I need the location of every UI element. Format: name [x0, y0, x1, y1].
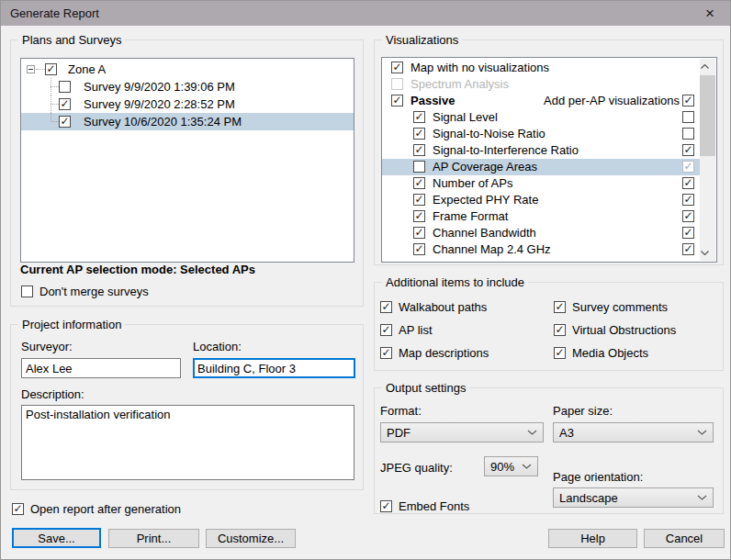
additional-item-label[interactable]: Virtual Obstructions — [572, 323, 676, 337]
survey-checkbox[interactable] — [59, 81, 71, 93]
tree-root-checkbox[interactable]: ✓ — [45, 63, 57, 75]
per-ap-checkbox[interactable]: ✓ — [682, 144, 694, 156]
per-ap-checkbox[interactable] — [682, 128, 694, 140]
dont-merge-surveys-checkbox-row[interactable]: Don't merge surveys — [21, 284, 149, 298]
additional-item-row[interactable]: ✓Virtual Obstructions — [554, 322, 676, 337]
page-orientation-select[interactable]: Landscape — [553, 487, 714, 508]
tree-row-survey[interactable]: ✓Survey 9/9/2020 2:28:52 PM — [21, 95, 354, 113]
visualization-row[interactable]: ✓Channel Map 2.4 GHz✓ — [382, 241, 700, 258]
scroll-up-button[interactable] — [700, 59, 715, 74]
dont-merge-checkbox[interactable] — [21, 286, 33, 297]
visualization-checkbox[interactable]: ✓ — [413, 194, 425, 206]
save-button[interactable]: Save... — [12, 528, 101, 548]
additional-item-checkbox[interactable]: ✓ — [380, 301, 392, 313]
additional-item-label[interactable]: Map descriptions — [399, 346, 489, 360]
survey-label[interactable]: Survey 9/9/2020 1:39:06 PM — [84, 78, 235, 95]
visualization-row[interactable]: ✓Frame Format✓ — [382, 208, 700, 225]
visualization-label[interactable]: Map with no visualizations — [410, 60, 549, 76]
tree-root-label[interactable]: Zone A — [68, 61, 106, 78]
visualization-checkbox[interactable]: ✓ — [413, 210, 425, 222]
paper-size-select[interactable]: A3 — [553, 422, 714, 442]
open-report-checkbox[interactable]: ✓ — [12, 503, 24, 515]
open-report-checkbox-row[interactable]: ✓ Open report after generation — [12, 501, 181, 516]
cancel-button[interactable]: Cancel — [644, 529, 725, 548]
visualization-row[interactable]: ✓Expected PHY Rate✓ — [382, 192, 700, 208]
tree-row-survey[interactable]: Survey 9/9/2020 1:39:06 PM — [21, 78, 354, 95]
visualization-label[interactable]: Passive — [410, 93, 455, 109]
visualization-label[interactable]: Channel Bandwidth — [433, 225, 536, 241]
visualization-checkbox[interactable]: ✓ — [413, 177, 425, 189]
additional-item-checkbox[interactable]: ✓ — [554, 347, 566, 359]
additional-item-checkbox[interactable]: ✓ — [380, 324, 392, 336]
survey-label[interactable]: Survey 9/9/2020 2:28:52 PM — [84, 95, 235, 113]
visualization-row[interactable]: AP Coverage Areas✓ — [382, 159, 700, 175]
additional-item-checkbox[interactable]: ✓ — [554, 324, 566, 336]
per-ap-checkbox[interactable]: ✓ — [682, 210, 694, 222]
per-ap-checkbox[interactable]: ✓ — [682, 177, 694, 189]
embed-fonts-label[interactable]: Embed Fonts — [399, 499, 469, 513]
format-select[interactable]: PDF — [380, 422, 544, 442]
tree-row-survey[interactable]: ✓Survey 10/6/2020 1:35:24 PM — [21, 113, 354, 130]
additional-item-row[interactable]: ✓Media Objects — [554, 345, 648, 360]
visualization-row[interactable]: ✓Signal-to-Noise Ratio — [382, 126, 700, 142]
visualization-label[interactable]: Frame Format — [433, 208, 508, 225]
visualization-checkbox[interactable]: ✓ — [413, 128, 425, 140]
survey-checkbox[interactable]: ✓ — [59, 116, 71, 128]
visualization-checkbox[interactable]: ✓ — [413, 111, 425, 123]
per-ap-checkbox[interactable] — [682, 111, 694, 123]
customize-button[interactable]: Customize... — [206, 529, 296, 548]
additional-item-label[interactable]: Walkabout paths — [399, 300, 487, 314]
visualization-label[interactable]: Number of APs — [433, 175, 512, 192]
tree-row-root[interactable]: ✓Zone A — [21, 61, 354, 78]
visualization-checkbox[interactable] — [413, 161, 425, 173]
tree-connector — [51, 104, 59, 105]
visualization-label[interactable]: AP Coverage Areas — [433, 159, 537, 175]
additional-item-checkbox[interactable]: ✓ — [554, 301, 566, 313]
visualization-checkbox[interactable]: ✓ — [391, 62, 403, 73]
surveyor-input[interactable] — [21, 358, 181, 378]
visualization-label[interactable]: Signal Level — [433, 109, 498, 126]
additional-item-label[interactable]: AP list — [399, 323, 433, 337]
additional-item-label[interactable]: Media Objects — [572, 346, 648, 360]
survey-checkbox[interactable]: ✓ — [59, 98, 71, 110]
jpeg-quality-select[interactable]: 90% — [484, 456, 538, 476]
visualization-row[interactable]: ✓Signal Level — [382, 109, 700, 126]
additional-item-row[interactable]: ✓Map descriptions — [380, 345, 489, 360]
scrollbar-thumb[interactable] — [700, 75, 715, 156]
additional-item-row[interactable]: ✓Walkabout paths — [380, 299, 487, 314]
tree-collapse-icon[interactable] — [27, 65, 35, 73]
open-report-label[interactable]: Open report after generation — [30, 502, 181, 516]
visualization-row[interactable]: ✓Number of APs✓ — [382, 175, 700, 192]
per-ap-checkbox[interactable]: ✓ — [682, 243, 694, 255]
per-ap-checkbox[interactable]: ✓ — [682, 95, 694, 106]
additional-item-row[interactable]: ✓Survey comments — [554, 299, 668, 314]
additional-item-label[interactable]: Survey comments — [572, 300, 668, 314]
visualization-checkbox[interactable]: ✓ — [413, 144, 425, 156]
visualization-label[interactable]: Channel Map 2.4 GHz — [433, 241, 551, 258]
visualization-row[interactable]: ✓PassiveAdd per-AP visualizations✓ — [382, 93, 700, 109]
visualization-row[interactable]: ✓Map with no visualizations — [382, 60, 700, 76]
close-button[interactable]: × — [690, 1, 730, 26]
visualization-label[interactable]: Signal-to-Interference Ratio — [433, 142, 579, 159]
additional-item-row[interactable]: ✓AP list — [380, 322, 433, 337]
visualization-label[interactable]: Expected PHY Rate — [433, 192, 538, 208]
per-ap-checkbox[interactable]: ✓ — [682, 194, 694, 206]
survey-label[interactable]: Survey 10/6/2020 1:35:24 PM — [84, 113, 242, 130]
embed-fonts-checkbox-row[interactable]: ✓ Embed Fonts — [380, 498, 469, 513]
visualization-checkbox[interactable]: ✓ — [391, 95, 403, 106]
additional-item-checkbox[interactable]: ✓ — [380, 347, 392, 359]
print-button[interactable]: Print... — [108, 529, 199, 548]
scroll-down-button[interactable] — [700, 245, 715, 261]
help-button[interactable]: Help — [548, 529, 637, 548]
visualization-label[interactable]: Signal-to-Noise Ratio — [433, 126, 545, 142]
visualization-row[interactable]: ✓Channel Bandwidth✓ — [382, 225, 700, 241]
embed-fonts-checkbox[interactable]: ✓ — [380, 500, 392, 512]
description-textarea[interactable]: Post-installation verification — [21, 405, 354, 480]
visualizations-scrollbar[interactable] — [700, 59, 715, 261]
visualization-checkbox[interactable]: ✓ — [413, 227, 425, 239]
location-input[interactable] — [193, 358, 355, 378]
visualization-checkbox[interactable]: ✓ — [413, 243, 425, 255]
per-ap-checkbox[interactable]: ✓ — [682, 227, 694, 239]
dont-merge-label[interactable]: Don't merge surveys — [39, 285, 149, 298]
visualization-row[interactable]: ✓Signal-to-Interference Ratio✓ — [382, 142, 700, 159]
